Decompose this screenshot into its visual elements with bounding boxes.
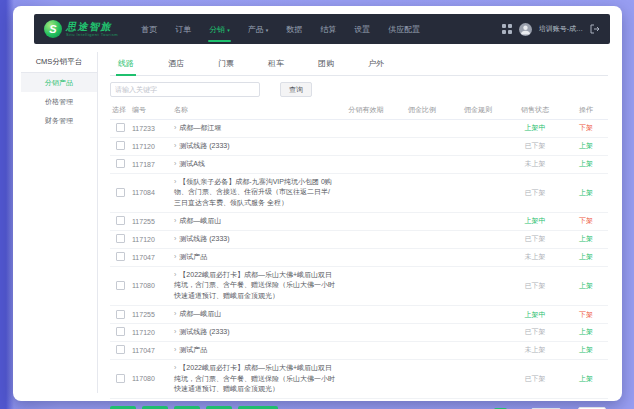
product-id: 117080 (130, 266, 172, 306)
product-name[interactable]: 测试线路 (2333) (179, 142, 229, 149)
sale-status-badge: 已下架 (525, 375, 546, 382)
row-action-link[interactable]: 下架 (579, 124, 593, 131)
product-name[interactable]: 测试产品 (179, 253, 207, 260)
user-name[interactable]: 培训账号-成… (539, 24, 583, 34)
expand-caret-icon[interactable]: › (174, 346, 176, 353)
commission-rate-cell (394, 359, 450, 399)
row-action-link[interactable]: 上架 (579, 328, 593, 335)
expand-caret-icon[interactable]: › (174, 160, 176, 167)
nav-item-settings[interactable]: 设置 (354, 14, 370, 44)
valid-period-cell (338, 173, 394, 213)
valid-period-cell (338, 306, 394, 324)
tab-group[interactable]: 团购 (316, 52, 336, 75)
commission-rate-cell (394, 266, 450, 306)
commission-rate-cell (394, 137, 450, 155)
row-action-link[interactable]: 上架 (579, 160, 593, 167)
row-checkbox[interactable] (116, 234, 125, 243)
product-name[interactable]: 测试A线 (179, 160, 205, 167)
expand-caret-icon[interactable]: › (174, 310, 176, 317)
product-name[interactable]: 测试线路 (2333) (179, 328, 229, 335)
logo-title: 思途智旅 (66, 22, 118, 32)
nav-item-label: 订单 (175, 24, 191, 35)
commission-rule-cell (450, 173, 506, 213)
expand-caret-icon[interactable]: › (174, 217, 176, 224)
product-name[interactable]: 测试线路 (2333) (179, 235, 229, 242)
row-checkbox[interactable] (116, 216, 125, 225)
row-action-link[interactable]: 上架 (579, 282, 593, 289)
product-name[interactable]: 测试产品 (179, 346, 207, 353)
nav-item-distribution[interactable]: 分销▾ (209, 14, 230, 44)
product-id: 117120 (130, 323, 172, 341)
row-action-link[interactable]: 下架 (579, 217, 593, 224)
row-checkbox[interactable] (116, 123, 125, 132)
product-name[interactable]: 【2022峨眉必打卡】成都—乐山大佛+峨眉山双日纯玩，含门票、含午餐、赠送保险（… (174, 271, 335, 300)
commission-rule-cell (450, 213, 506, 231)
row-checkbox[interactable] (116, 374, 125, 383)
commission-rate-cell (394, 173, 450, 213)
sale-status-cell: 未上架 (506, 341, 564, 359)
nav-item-supply-config[interactable]: 供应配置 (388, 14, 420, 44)
row-action-link[interactable]: 上架 (579, 142, 593, 149)
product-name-cell: ›成都—峨眉山 (172, 306, 338, 324)
user-avatar[interactable] (519, 23, 532, 36)
expand-caret-icon[interactable]: › (174, 328, 176, 335)
commission-rate-cell (394, 306, 450, 324)
row-action-link[interactable]: 下架 (579, 311, 593, 318)
product-name[interactable]: 成都—都江堰 (179, 124, 221, 131)
row-checkbox[interactable] (116, 159, 125, 168)
expand-caret-icon[interactable]: › (174, 178, 176, 185)
row-action-link[interactable]: 上架 (579, 375, 593, 382)
sale-status-badge: 未上架 (525, 160, 546, 167)
table-header-row: 选择编号名称分销有效期佣金比例佣金规则销售状态操作 (110, 101, 608, 120)
product-name[interactable]: 成都—峨眉山 (179, 310, 221, 317)
row-action-link[interactable]: 上架 (579, 235, 593, 242)
sale-status-badge: 已下架 (525, 282, 546, 289)
nav-item-products[interactable]: 产品▾ (248, 14, 269, 44)
row-checkbox[interactable] (116, 252, 125, 261)
nav-item-settlement[interactable]: 结算 (320, 14, 336, 44)
row-action-link[interactable]: 上架 (579, 346, 593, 353)
logout-icon[interactable] (590, 24, 600, 34)
expand-caret-icon[interactable]: › (174, 271, 176, 278)
keyword-search-input[interactable] (110, 82, 260, 97)
sidebar-item-price-management[interactable]: 价格管理 (21, 92, 97, 111)
expand-caret-icon[interactable]: › (174, 235, 176, 242)
commission-rate-cell (394, 120, 450, 138)
sale-status-cell: 已下架 (506, 173, 564, 213)
valid-period-cell (338, 359, 394, 399)
sale-status-badge: 未上架 (525, 253, 546, 260)
row-action-link[interactable]: 上架 (579, 189, 593, 196)
sidebar-item-distribution-products[interactable]: 分销产品 (21, 73, 97, 92)
expand-caret-icon[interactable]: › (174, 364, 176, 371)
valid-period-cell (338, 266, 394, 306)
row-action-link[interactable]: 上架 (579, 253, 593, 260)
sale-status-cell: 已下架 (506, 266, 564, 306)
logo-subtitle: Situ Intelligent Tourism (66, 33, 118, 37)
row-checkbox[interactable] (116, 281, 125, 290)
tab-ticket[interactable]: 门票 (216, 52, 236, 75)
product-name[interactable]: 成都—峨眉山 (179, 217, 221, 224)
tab-car[interactable]: 租车 (266, 52, 286, 75)
product-name-cell: ›成都—峨眉山 (172, 213, 338, 231)
tab-outdoor[interactable]: 户外 (366, 52, 386, 75)
table-row: 117084›【领队亲子必备】成都-九寨沟VIP纯玩小包团 0购物、含门票、含接… (110, 173, 608, 213)
valid-period-cell (338, 230, 394, 248)
expand-caret-icon[interactable]: › (174, 124, 176, 131)
row-checkbox[interactable] (116, 188, 125, 197)
expand-caret-icon[interactable]: › (174, 253, 176, 260)
nav-item-orders[interactable]: 订单 (175, 14, 191, 44)
sidebar-item-finance-management[interactable]: 财务管理 (21, 111, 97, 130)
product-name[interactable]: 【2022峨眉必打卡】成都—乐山大佛+峨眉山双日纯玩，含门票、含午餐、赠送保险（… (174, 364, 335, 393)
row-checkbox[interactable] (116, 310, 125, 319)
apps-grid-icon[interactable] (502, 24, 512, 34)
row-checkbox[interactable] (116, 141, 125, 150)
tab-hotel[interactable]: 酒店 (166, 52, 186, 75)
product-name[interactable]: 【领队亲子必备】成都-九寨沟VIP纯玩小包团 0购物、含门票、含接送、住宿升级（… (174, 178, 332, 207)
tab-route[interactable]: 线路 (116, 52, 136, 75)
nav-item-data[interactable]: 数据 (286, 14, 302, 44)
expand-caret-icon[interactable]: › (174, 142, 176, 149)
row-checkbox[interactable] (116, 327, 125, 336)
search-button[interactable]: 查询 (280, 82, 312, 97)
nav-item-home[interactable]: 首页 (141, 14, 157, 44)
row-checkbox[interactable] (116, 345, 125, 354)
